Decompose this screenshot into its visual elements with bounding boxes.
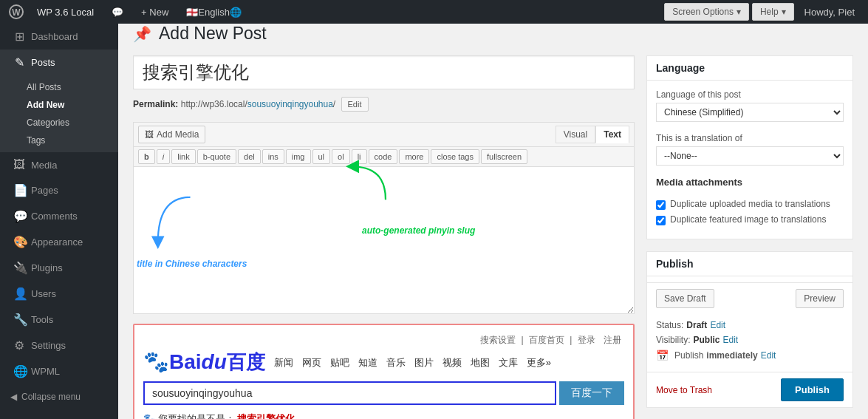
sidebar-item-settings[interactable]: ⚙ Settings [0, 333, 118, 358]
save-draft-button[interactable]: Save Draft [656, 289, 714, 308]
publish-time-edit-link[interactable]: Edit [761, 350, 776, 361]
adminbar-new[interactable]: + New [134, 0, 176, 24]
settings-icon: ⚙ [13, 338, 25, 352]
chevron-down-icon: ▾ [737, 7, 741, 17]
wpbody-content: 📌 Add New Post Permalink: http://wp36.lo… [118, 24, 868, 419]
editor-annotation-area: title in Chinese characters auto-generat… [133, 122, 635, 316]
sidebar-item-pages[interactable]: 📄 Pages [0, 177, 118, 203]
help-button[interactable]: Help ▾ [752, 3, 794, 21]
sidebar-item-posts[interactable]: ✎ Posts [0, 50, 118, 75]
sidebar-item-dashboard[interactable]: ⊞ Dashboard [0, 24, 118, 50]
permalink-label: Permalink: [133, 99, 178, 109]
sidebar-item-users[interactable]: 👤 Users [0, 281, 118, 307]
collapse-menu-button[interactable]: ◀ Collapse menu [0, 384, 118, 409]
move-to-trash-link[interactable]: Move to Trash [656, 385, 712, 395]
baidu-nav-video[interactable]: 视频 [442, 356, 462, 369]
tools-icon: 🔧 [13, 313, 25, 327]
media-attachments-section: Media attachments Duplicate uploaded med… [656, 177, 844, 225]
translation-select[interactable]: --None-- [656, 146, 844, 166]
submenu-categories[interactable]: Categories [0, 114, 118, 132]
publish-info: Status: Draft Edit Visibility: Public Ed… [647, 314, 852, 372]
duplicate-featured-checkbox[interactable] [656, 216, 666, 225]
visibility-label: Visibility: [656, 335, 690, 345]
baidu-nav-more[interactable]: 更多» [527, 356, 551, 369]
baidu-nav-music[interactable]: 音乐 [386, 356, 406, 369]
duplicate-featured-label: Duplicate featured image to translations [670, 214, 826, 225]
publish-btn-row: Move to Trash Publish [647, 372, 852, 407]
sidebar-item-appearance[interactable]: 🎨 Appearance [0, 229, 118, 255]
language-box: Language Language of this post Chinese (… [646, 55, 853, 239]
img-button[interactable]: img [286, 149, 311, 164]
submenu-add-new[interactable]: Add New [0, 96, 118, 114]
del-button[interactable]: del [238, 149, 261, 164]
baidu-register-link[interactable]: 注册 [604, 335, 621, 345]
admin-menu: ⊞ Dashboard ✎ Posts All Posts Add New Ca… [0, 24, 118, 419]
post-title-input[interactable] [133, 55, 635, 89]
wp-logo[interactable]: W [6, 0, 27, 24]
sidebar-item-comments[interactable]: 💬 Comments [0, 203, 118, 229]
status-label: Status: [656, 320, 683, 330]
adminbar-comments-icon[interactable]: 💬 [104, 0, 131, 24]
baidu-search-button[interactable]: 百度一下 [559, 381, 624, 405]
baidu-search-input[interactable] [143, 381, 556, 405]
ins-button[interactable]: ins [262, 149, 284, 164]
baidu-nav-news[interactable]: 新闻 [274, 356, 293, 369]
baidu-result-hint-link[interactable]: 搜索引擎优化 [237, 413, 295, 419]
more-button[interactable]: more [399, 149, 429, 164]
bold-button[interactable]: b [138, 149, 155, 164]
edit-slug-button[interactable]: Edit [341, 97, 369, 112]
baidu-paw-icon: 🐾 [143, 413, 155, 419]
sidebar-item-plugins[interactable]: 🔌 Plugins [0, 255, 118, 281]
pushpin-icon: 📌 [133, 25, 151, 43]
submenu-tags[interactable]: Tags [0, 132, 118, 149]
submenu-all-posts[interactable]: All Posts [0, 78, 118, 96]
preview-button[interactable]: Preview [796, 289, 844, 308]
sidebar-item-media[interactable]: 🖼 Media [0, 152, 118, 177]
bquote-button[interactable]: b-quote [197, 149, 236, 164]
add-media-button[interactable]: 🖼 Add Media [138, 126, 205, 143]
baidu-nav-tieba[interactable]: 贴吧 [330, 356, 349, 369]
baidu-nav: 新闻 网页 贴吧 知道 音乐 图片 视频 地图 文库 更多» [274, 356, 551, 369]
baidu-search-settings-link[interactable]: 搜索设置 [480, 335, 516, 345]
media-add-icon: 🖼 [145, 129, 154, 140]
baidu-search-row: 百度一下 [143, 381, 624, 405]
screen-options-button[interactable]: Screen Options ▾ [664, 3, 749, 21]
baidu-nav-web[interactable]: 网页 [302, 356, 321, 369]
baidu-nav-zhidao[interactable]: 知道 [358, 356, 377, 369]
ul-button[interactable]: ul [312, 149, 331, 164]
green-arrow [332, 159, 399, 211]
adminbar-site-name[interactable]: WP 3.6 Local [30, 0, 101, 24]
wp-content: 📌 Add New Post Permalink: http://wp36.lo… [118, 24, 868, 419]
permalink-slug[interactable]: sousuoyinqingyouhua [247, 99, 333, 109]
baidu-login-link[interactable]: 登录 [578, 335, 595, 345]
baidu-nav-wenku[interactable]: 文库 [499, 356, 518, 369]
posts-icon: ✎ [13, 55, 25, 69]
italic-button[interactable]: i [157, 149, 170, 164]
visual-tab[interactable]: Visual [556, 126, 595, 143]
status-edit-link[interactable]: Edit [710, 320, 725, 330]
baidu-logo-bai: Bai [169, 350, 202, 373]
posts-submenu: All Posts Add New Categories Tags [0, 75, 118, 152]
duplicate-media-label: Duplicate uploaded media to translations [670, 199, 830, 209]
publish-box-header: Publish [647, 252, 852, 276]
publish-button[interactable]: Publish [781, 378, 844, 401]
duplicate-media-checkbox[interactable] [656, 200, 666, 210]
visibility-edit-link[interactable]: Edit [722, 335, 738, 345]
text-tab[interactable]: Text [595, 126, 629, 143]
collapse-icon: ◀ [10, 392, 17, 402]
link-button[interactable]: link [171, 149, 196, 164]
baidu-nav-map[interactable]: 地图 [471, 356, 490, 369]
baidu-header: 🐾Baidu百度 新闻 网页 贴吧 知道 音乐 图片 视频 地图 [143, 350, 624, 375]
baidu-paw-symbol: 🐾 [143, 350, 169, 373]
editor-tabs: Visual Text [556, 126, 629, 143]
language-select[interactable]: Chinese (Simplified) [656, 103, 844, 122]
translation-label: This is a translation of [656, 133, 844, 143]
baidu-home-link[interactable]: 百度首页 [529, 335, 564, 345]
baidu-nav-images[interactable]: 图片 [414, 356, 434, 369]
sidebar-item-wpml[interactable]: 🌐 WPML [0, 358, 118, 384]
permalink-base: http://wp36.local/ [181, 99, 247, 109]
close-tags-button[interactable]: close tags [431, 149, 479, 164]
sidebar-item-tools[interactable]: 🔧 Tools [0, 307, 118, 333]
adminbar-language[interactable]: 🏴󠁧󠁢󠁥󠁮󠁧󠁿 English 🌐 [179, 0, 249, 24]
fullscreen-button[interactable]: fullscreen [481, 149, 527, 164]
